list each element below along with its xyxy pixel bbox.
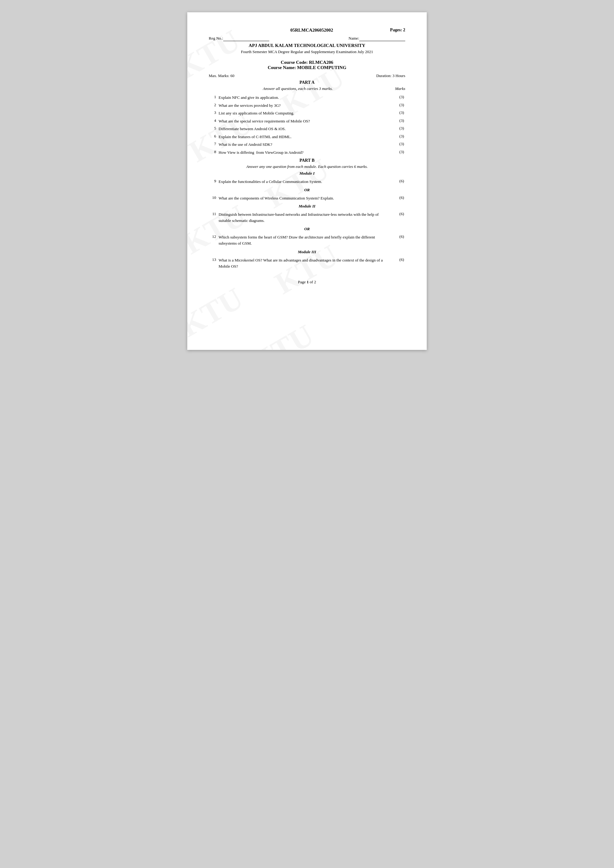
pages-label: Pages: 2 <box>390 28 405 33</box>
page-number: Page 1 of 2 <box>209 280 405 285</box>
q-text-7: What is the use of Android SDK? <box>217 141 390 149</box>
table-row: 5 Differentiate between Android OS & iOS… <box>209 125 405 133</box>
watermark-8: KTU <box>244 317 319 350</box>
q-text-10: What are the components of Wireless Comm… <box>217 194 390 202</box>
q-text-11: Distinguish between Infrastructure-based… <box>217 211 390 225</box>
or-1: OR <box>209 188 405 192</box>
q-marks-12: (6) <box>390 233 405 247</box>
part-a-questions: 1 Explain NFC and give its application. … <box>209 94 405 156</box>
exam-code: 05RLMCA206052002 <box>233 28 390 33</box>
q-num-11: 11 <box>209 211 217 225</box>
q-num-6: 6 <box>209 133 217 141</box>
q-text-4: What are the special service requirement… <box>217 117 390 125</box>
table-row: 7 What is the use of Android SDK? (3) <box>209 141 405 149</box>
university-name: APJ ABDUL KALAM TECHNOLOGICAL UNIVERSITY <box>209 43 405 48</box>
reg-underline <box>223 36 269 41</box>
table-row: 11 Distinguish between Infrastructure-ba… <box>209 211 405 225</box>
marks-duration-row: Max. Marks: 60 Duration: 3 Hours <box>209 73 405 78</box>
marks-col-header: Marks <box>387 86 405 91</box>
q-marks-11: (6) <box>390 211 405 225</box>
header-top: 05RLMCA206052002 Pages: 2 <box>209 28 405 33</box>
q-marks-2: (3) <box>390 102 405 110</box>
name-underline <box>359 36 405 41</box>
q-num-1: 1 <box>209 94 217 102</box>
part-a-title: PART A <box>209 80 405 85</box>
q-text-2: What are the services provided by 3G? <box>217 102 390 110</box>
part-a-instruction: Answer all questions, each carries 3 mar… <box>209 86 405 91</box>
module-2-questions: 11 Distinguish between Infrastructure-ba… <box>209 211 405 225</box>
module-1-or-questions: 10 What are the components of Wireless C… <box>209 194 405 202</box>
reg-name-row: Reg No.: Name: <box>209 36 405 41</box>
q-text-9: Explain the functionalities of a Cellula… <box>217 178 390 186</box>
table-row: 2 What are the services provided by 3G? … <box>209 102 405 110</box>
q-text-6: Explain the features of C-HTML and HDML. <box>217 133 390 141</box>
course-section: Course Code: RLMCA206 Course Name: MOBIL… <box>209 60 405 70</box>
part-b-title: PART B <box>209 158 405 163</box>
q-text-8: How View is differing from ViewGroup in … <box>217 149 390 157</box>
table-row: 9 Explain the functionalities of a Cellu… <box>209 178 405 186</box>
q-num-12: 12 <box>209 233 217 247</box>
reg-field: Reg No.: <box>209 36 269 41</box>
q-marks-3: (3) <box>390 109 405 117</box>
part-b-instruction: Answer any one question from each module… <box>209 164 405 169</box>
q-marks-6: (3) <box>390 133 405 141</box>
table-row: 12 Which subsystem forms the heart of GS… <box>209 233 405 247</box>
duration: Duration: 3 Hours <box>376 73 405 78</box>
max-marks: Max. Marks: 60 <box>209 73 234 78</box>
q-marks-5: (3) <box>390 125 405 133</box>
name-field: Name: <box>349 36 405 41</box>
exam-subtitle: Fourth Semester MCA Degree Regular and S… <box>209 50 405 54</box>
q-marks-13: (6) <box>390 256 405 270</box>
q-num-10: 10 <box>209 194 217 202</box>
q-marks-4: (3) <box>390 117 405 125</box>
table-row: 6 Explain the features of C-HTML and HDM… <box>209 133 405 141</box>
q-num-13: 13 <box>209 256 217 270</box>
table-row: 10 What are the components of Wireless C… <box>209 194 405 202</box>
watermark-7: KTU <box>187 281 249 344</box>
table-row: 1 Explain NFC and give its application. … <box>209 94 405 102</box>
q-marks-10: (6) <box>390 194 405 202</box>
q-num-3: 3 <box>209 109 217 117</box>
module-3-title: Module III <box>209 250 405 254</box>
q-text-13: What is a Microkernel OS? What are its a… <box>217 256 390 270</box>
q-text-1: Explain NFC and give its application. <box>217 94 390 102</box>
q-num-5: 5 <box>209 125 217 133</box>
part-a-instruction-text: Answer all questions, each carries 3 mar… <box>209 86 387 91</box>
exam-paper: KTU KTU KTU KTU KTU KTU KTU KTU 05RLMCA2… <box>187 12 427 350</box>
table-row: 8 How View is differing from ViewGroup i… <box>209 149 405 157</box>
table-row: 4 What are the special service requireme… <box>209 117 405 125</box>
q-text-3: List any six applications of Mobile Comp… <box>217 109 390 117</box>
page-current: 1 <box>307 280 309 284</box>
q-text-12: Which subsystem forms the heart of GSM? … <box>217 233 390 247</box>
or-2: OR <box>209 226 405 231</box>
module-2-title: Module II <box>209 204 405 209</box>
q-num-9: 9 <box>209 178 217 186</box>
table-row: 13 What is a Microkernel OS? What are it… <box>209 256 405 270</box>
q-num-8: 8 <box>209 149 217 157</box>
q-marks-1: (3) <box>390 94 405 102</box>
q-marks-9: (6) <box>390 178 405 186</box>
module-2-or-questions: 12 Which subsystem forms the heart of GS… <box>209 233 405 247</box>
course-code: Course Code: RLMCA206 <box>209 60 405 65</box>
q-num-4: 4 <box>209 117 217 125</box>
module-3-questions: 13 What is a Microkernel OS? What are it… <box>209 256 405 270</box>
q-text-5: Differentiate between Android OS & iOS. <box>217 125 390 133</box>
q-marks-8: (3) <box>390 149 405 157</box>
module-1-questions: 9 Explain the functionalities of a Cellu… <box>209 178 405 186</box>
q-marks-7: (3) <box>390 141 405 149</box>
q-num-7: 7 <box>209 141 217 149</box>
table-row: 3 List any six applications of Mobile Co… <box>209 109 405 117</box>
q-num-2: 2 <box>209 102 217 110</box>
module-1-title: Module I <box>209 171 405 176</box>
page-content: 05RLMCA206052002 Pages: 2 Reg No.: Name:… <box>209 28 405 285</box>
course-name: Course Name: MOBILE COMPUTING <box>209 65 405 70</box>
